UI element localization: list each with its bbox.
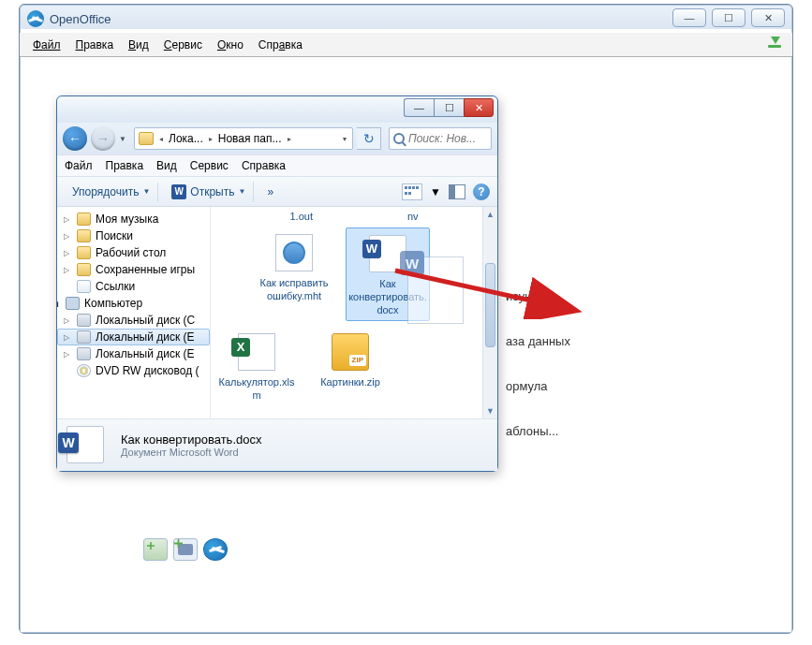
scroll-down-icon[interactable]: ▼	[483, 403, 497, 418]
outer-maximize-button[interactable]: ☐	[712, 8, 746, 27]
explorer-navbar: ← → ▼ ◂ Лока... ▸ Новая пап... ▸ ▾ ↻ Пои…	[57, 123, 497, 154]
disk-icon	[77, 314, 91, 327]
details-title: Как конвертировать.docx	[121, 432, 261, 447]
file-zip[interactable]: Картинки.zip	[308, 327, 392, 406]
menu-tools[interactable]: Сервис	[156, 36, 210, 54]
view-mode-dropdown[interactable]: ▼	[430, 185, 441, 198]
breadcrumb-dropdown[interactable]: ▾	[341, 135, 348, 143]
computer-icon	[66, 297, 80, 310]
folder-icon	[77, 213, 91, 226]
addon-icon[interactable]	[173, 538, 198, 561]
toolbar-more-button[interactable]: »	[259, 183, 281, 201]
explorer-toolbar: Упорядочить▼ W Открыть▼ » ▼ ?	[57, 177, 497, 207]
outer-close-button[interactable]: ✕	[751, 8, 785, 27]
details-subtitle: Документ Microsoft Word	[121, 447, 261, 458]
download-icon[interactable]	[768, 37, 783, 51]
menu-view[interactable]: Вид	[121, 36, 156, 54]
zip-icon	[332, 333, 369, 371]
search-icon	[393, 133, 405, 144]
tree-links[interactable]: Ссылки	[57, 278, 210, 295]
refresh-button[interactable]: ↻	[357, 127, 381, 150]
preview-pane-button[interactable]	[449, 184, 465, 199]
menu-file[interactable]: Файл	[25, 36, 68, 54]
website-icon[interactable]	[203, 538, 228, 561]
search-input[interactable]: Поиск: Нов...	[389, 127, 492, 150]
details-pane: Как конвертировать.docx Документ Microso…	[57, 418, 497, 471]
globe-icon	[275, 234, 313, 271]
start-center-bottom-icons	[143, 538, 228, 561]
excel-icon	[238, 333, 275, 371]
tree-my-music[interactable]: ▷Моя музыка	[57, 211, 210, 227]
openoffice-logo-icon	[27, 10, 44, 27]
explorer-menubar: Файл Правка Вид Сервис Справка	[57, 154, 497, 177]
nav-forward-button[interactable]: →	[91, 126, 115, 151]
explorer-minimize-button[interactable]: —	[404, 98, 434, 117]
open-button[interactable]: W Открыть▼	[164, 182, 254, 202]
outer-minimize-button[interactable]: —	[672, 8, 706, 27]
word-icon	[66, 426, 104, 463]
menu-edit[interactable]: Правка	[68, 36, 122, 54]
partial-label-2: nv	[407, 211, 419, 222]
nav-history-dropdown[interactable]: ▼	[119, 135, 130, 143]
scroll-thumb[interactable]	[485, 263, 495, 347]
explorer-close-button[interactable]: ✕	[464, 98, 494, 117]
folder-icon	[77, 263, 91, 276]
tree-desktop[interactable]: ▷Рабочий стол	[57, 244, 210, 261]
link-icon	[77, 280, 91, 293]
nav-back-button[interactable]: ←	[63, 126, 87, 151]
view-mode-button[interactable]	[402, 183, 422, 200]
explorer-menu-tools[interactable]: Сервис	[190, 159, 229, 172]
file-mht[interactable]: Как исправить ошибку.mht	[252, 227, 336, 321]
word-icon: W	[171, 184, 186, 199]
partial-label-1: 1.out	[289, 211, 312, 222]
explorer-menu-help[interactable]: Справка	[242, 159, 286, 172]
file-scrollbar[interactable]: ▲ ▼	[482, 207, 497, 418]
openoffice-menubar: Файл Правка Вид Сервис Окно Справка	[20, 33, 792, 57]
explorer-menu-file[interactable]: Файл	[65, 159, 93, 172]
folder-icon	[139, 132, 154, 145]
tree-disk-c[interactable]: ▷Локальный диск (C	[57, 312, 210, 329]
openoffice-title: OpenOffice	[50, 12, 111, 26]
tree-dvd[interactable]: DVD RW дисковод (	[57, 362, 210, 379]
scroll-up-icon[interactable]: ▲	[483, 207, 497, 222]
tree-disk-e2[interactable]: ▷Локальный диск (E	[57, 345, 210, 362]
tree-disk-e-selected[interactable]: ▷Локальный диск (E	[57, 329, 210, 345]
disk-icon	[77, 330, 91, 344]
tree-searches[interactable]: ▷Поиски	[57, 227, 210, 244]
breadcrumb[interactable]: ◂ Лока... ▸ Новая пап... ▸ ▾	[134, 127, 353, 150]
openoffice-titlebar: OpenOffice — ☐ ✕	[20, 5, 792, 33]
folder-icon	[77, 246, 91, 259]
drag-ghost-icon: W	[398, 249, 473, 333]
tree-saved-games[interactable]: ▷Сохраненные игры	[57, 261, 210, 278]
menu-help[interactable]: Справка	[251, 36, 310, 54]
help-button[interactable]: ?	[473, 183, 490, 200]
explorer-titlebar[interactable]: — ☐ ✕	[57, 96, 497, 123]
menu-window[interactable]: Окно	[210, 36, 251, 54]
extension-icon[interactable]	[143, 538, 168, 561]
folder-icon	[77, 229, 91, 242]
explorer-menu-view[interactable]: Вид	[156, 159, 177, 172]
explorer-maximize-button[interactable]: ☐	[434, 98, 464, 117]
tree-computer[interactable]: ◢Компьютер	[57, 295, 210, 312]
organize-button[interactable]: Упорядочить▼	[65, 183, 158, 201]
dvd-icon	[77, 364, 91, 377]
folder-tree[interactable]: ▷Моя музыка ▷Поиски ▷Рабочий стол ▷Сохра…	[57, 207, 211, 418]
explorer-menu-edit[interactable]: Правка	[106, 159, 144, 172]
disk-icon	[77, 347, 91, 360]
file-xlsm[interactable]: Калькулятор.xlsm	[214, 327, 299, 406]
